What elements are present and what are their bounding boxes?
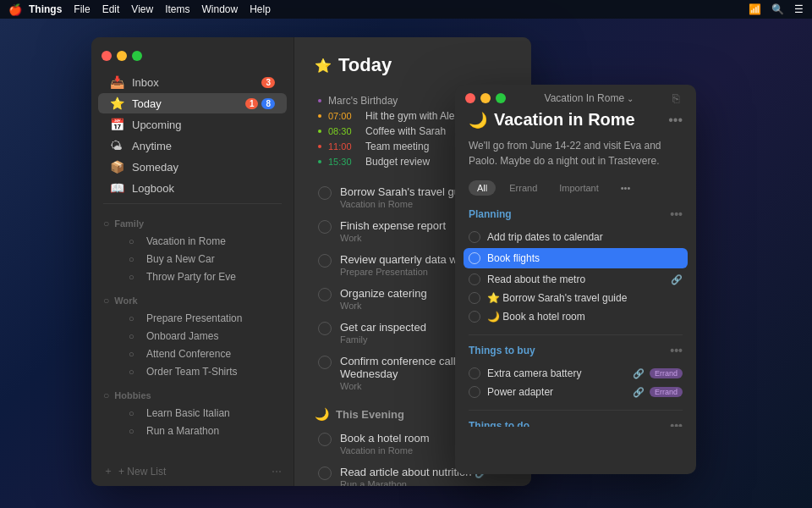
adapter-link-icon: 🔗 bbox=[633, 387, 645, 398]
sidebar-item-onboard[interactable]: ○ Onboard James bbox=[98, 328, 287, 345]
buy-label: Things to buy bbox=[469, 345, 535, 356]
onboard-icon: ○ bbox=[129, 331, 140, 341]
menu-items[interactable]: Items bbox=[165, 3, 189, 15]
divider-1 bbox=[469, 334, 683, 335]
work-section-label: Work bbox=[114, 295, 137, 306]
detail-task-adapter[interactable]: Power adapter 🔗 Errand bbox=[469, 383, 683, 401]
buy-car-label: Buy a New Car bbox=[146, 253, 215, 265]
sidebar-section-work: ○ Work bbox=[91, 286, 294, 309]
time-val-0: 07:00 bbox=[328, 111, 359, 121]
maximize-button[interactable] bbox=[132, 51, 142, 61]
task-checkbox-1[interactable] bbox=[318, 220, 332, 234]
settings-icon[interactable]: ⋯ bbox=[272, 466, 282, 478]
buy-more-icon[interactable]: ••• bbox=[670, 344, 683, 357]
detail-task-camera[interactable]: Extra camera battery 🔗 Errand bbox=[469, 364, 683, 383]
list-icon[interactable]: ☰ bbox=[794, 3, 804, 15]
detail-close-button[interactable] bbox=[465, 93, 475, 103]
detail-task-hotel[interactable]: 🌙 Book a hotel room bbox=[469, 307, 683, 326]
close-button[interactable] bbox=[102, 51, 112, 61]
detail-panel: Vacation In Rome ⌄ ⎘ 🌙 Vacation in Rome … bbox=[455, 85, 696, 474]
sidebar-item-marathon[interactable]: ○ Run a Marathon bbox=[98, 422, 287, 439]
metro-link-icon: 🔗 bbox=[671, 274, 683, 285]
detail-task-trip-dates[interactable]: Add trip dates to calendar bbox=[469, 228, 683, 246]
new-list-button[interactable]: ＋ + New List ⋯ bbox=[91, 457, 294, 485]
sidebar-item-upcoming[interactable]: 📅 Upcoming bbox=[98, 114, 287, 135]
task-check-hotel[interactable] bbox=[469, 311, 480, 323]
inbox-badge: 3 bbox=[261, 77, 275, 88]
party-label: Throw Party for Eve bbox=[146, 271, 236, 283]
sidebar-item-party[interactable]: ○ Throw Party for Eve bbox=[98, 268, 287, 285]
macos-right-icons: 📶 🔍 ☰ bbox=[749, 3, 804, 15]
filter-all-btn[interactable]: All bbox=[469, 180, 496, 196]
window-controls bbox=[91, 44, 294, 71]
task-check-camera[interactable] bbox=[469, 367, 480, 379]
detail-task-metro[interactable]: Read about the metro 🔗 bbox=[469, 270, 683, 289]
time-val-2: 11:00 bbox=[328, 141, 359, 152]
planning-more-icon[interactable]: ••• bbox=[670, 207, 683, 221]
task-checkbox-5[interactable] bbox=[318, 356, 332, 369]
menu-app[interactable]: Things bbox=[29, 3, 62, 15]
sidebar-item-presentation[interactable]: ○ Prepare Presentation bbox=[98, 310, 287, 327]
detail-planning-section: Planning ••• bbox=[469, 207, 683, 221]
detail-copy-icon[interactable]: ⎘ bbox=[672, 91, 686, 105]
filter-more-btn[interactable]: ••• bbox=[612, 180, 639, 196]
search-icon[interactable]: 🔍 bbox=[771, 3, 784, 15]
filter-important-btn[interactable]: Important bbox=[551, 180, 606, 196]
evening-task-checkbox-0[interactable] bbox=[318, 433, 332, 446]
macos-menubar: 🍎 Things File Edit View Items Window Hel… bbox=[0, 0, 812, 19]
todo-label: Things to do bbox=[469, 420, 529, 427]
task-check-trip-dates[interactable] bbox=[469, 231, 480, 243]
detail-task-book-flights[interactable]: Book flights bbox=[464, 248, 688, 268]
detail-minimize-button[interactable] bbox=[480, 93, 491, 103]
minimize-button[interactable] bbox=[117, 51, 127, 61]
conference-label: Attend Conference bbox=[146, 348, 231, 360]
sidebar-item-inbox[interactable]: 📥 Inbox 3 bbox=[98, 72, 287, 92]
task-checkbox-3[interactable] bbox=[318, 288, 332, 301]
sidebar-item-someday[interactable]: 📦 Someday bbox=[98, 157, 287, 177]
hobbies-section-label: Hobbies bbox=[114, 390, 151, 400]
detail-project-title-text: Vacation in Rome bbox=[494, 110, 661, 130]
filter-errand-btn[interactable]: Errand bbox=[501, 180, 546, 196]
sidebar-item-italian[interactable]: ○ Learn Basic Italian bbox=[98, 405, 287, 422]
detail-description: We'll go from June 14-22 and visit Eva a… bbox=[469, 138, 683, 168]
menu-window[interactable]: Window bbox=[202, 3, 239, 15]
anytime-icon: 🌤 bbox=[110, 139, 125, 152]
task-check-metro[interactable] bbox=[469, 273, 480, 285]
time-dot-2 bbox=[318, 145, 321, 148]
time-text-1: Coffee with Sarah bbox=[365, 125, 446, 137]
task-check-travel-guide[interactable] bbox=[469, 292, 480, 304]
menu-help[interactable]: Help bbox=[250, 3, 271, 15]
marathon-label: Run a Marathon bbox=[146, 425, 219, 437]
evening-task-checkbox-1[interactable] bbox=[318, 467, 332, 480]
moon-icon: 🌙 bbox=[315, 407, 329, 421]
menu-edit[interactable]: Edit bbox=[102, 3, 120, 15]
task-checkbox-2[interactable] bbox=[318, 254, 332, 268]
sidebar-item-tshirts[interactable]: ○ Order Team T-Shirts bbox=[98, 363, 287, 380]
birthday-label: Marc's Birthday bbox=[328, 95, 398, 107]
planning-label: Planning bbox=[469, 208, 512, 220]
detail-project-header: 🌙 Vacation in Rome ••• bbox=[469, 110, 683, 130]
sidebar-item-conference[interactable]: ○ Attend Conference bbox=[98, 345, 287, 362]
sidebar-item-today[interactable]: ⭐ Today 1 8 bbox=[98, 93, 287, 113]
menu-file[interactable]: File bbox=[74, 3, 90, 15]
sidebar-item-anytime[interactable]: 🌤 Anytime bbox=[98, 135, 287, 156]
vacation-icon: ○ bbox=[129, 236, 140, 246]
detail-task-travel-guide[interactable]: ⭐ Borrow Sarah's travel guide bbox=[469, 289, 683, 307]
camera-link-icon: 🔗 bbox=[633, 368, 645, 379]
sidebar-item-vacation-rome[interactable]: ○ Vacation in Rome bbox=[98, 233, 287, 250]
sidebar-item-logbook[interactable]: 📖 Logbook bbox=[98, 178, 287, 198]
detail-more-icon[interactable]: ••• bbox=[668, 113, 683, 128]
menu-view[interactable]: View bbox=[131, 3, 153, 15]
task-label-camera: Extra camera battery bbox=[487, 367, 629, 379]
detail-maximize-button[interactable] bbox=[496, 93, 506, 103]
task-check-adapter[interactable] bbox=[469, 386, 480, 398]
family-section-label: Family bbox=[114, 218, 144, 229]
todo-more-icon[interactable]: ••• bbox=[670, 419, 683, 427]
task-checkbox-0[interactable] bbox=[318, 186, 332, 200]
car-icon: ○ bbox=[129, 254, 140, 264]
task-check-book-flights[interactable] bbox=[469, 252, 480, 264]
task-checkbox-4[interactable] bbox=[318, 322, 332, 335]
menu-items[interactable]: Things File Edit View Items Window Help bbox=[29, 3, 271, 15]
sidebar-item-buy-car[interactable]: ○ Buy a New Car bbox=[98, 251, 287, 268]
sidebar-today-label: Today bbox=[132, 97, 242, 110]
